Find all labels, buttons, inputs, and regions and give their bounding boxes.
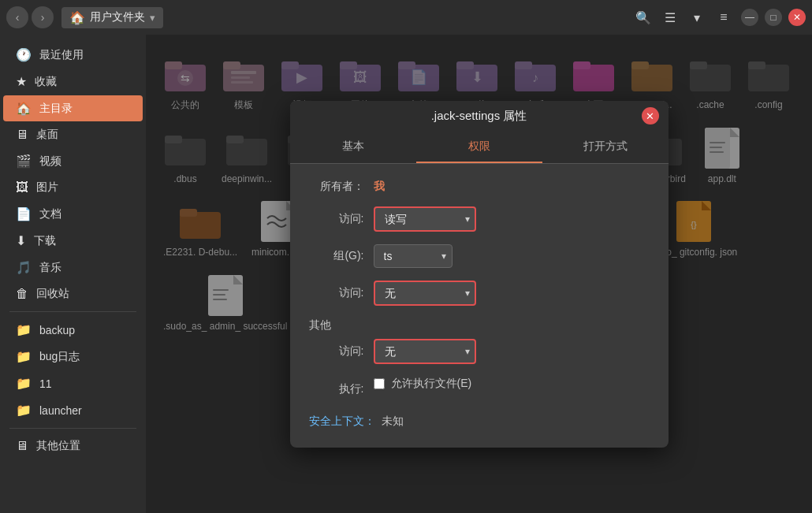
sidebar-item-music[interactable]: 🎵 音乐 bbox=[3, 255, 143, 281]
other-access-select-wrapper: 无 只读 读写 ▾ bbox=[374, 339, 476, 364]
home-icon: 🏠 bbox=[69, 10, 85, 25]
group-access-label: 访问: bbox=[309, 286, 364, 300]
group-select-wrapper: ts root sudo ▾ bbox=[374, 244, 453, 268]
other-section-label: 其他 bbox=[309, 318, 650, 333]
group-select[interactable]: ts root sudo bbox=[374, 244, 453, 268]
image-icon: 🖼 bbox=[16, 180, 28, 195]
folder-icon-11: 📁 bbox=[16, 376, 32, 391]
sidebar-label-buglog: bug日志 bbox=[39, 350, 80, 364]
view-options-button[interactable]: ▾ bbox=[686, 6, 708, 28]
modal-close-button[interactable]: ✕ bbox=[642, 107, 659, 125]
sidebar-item-favorites[interactable]: ★ 收藏 bbox=[3, 69, 143, 95]
star-icon: ★ bbox=[16, 74, 27, 89]
tab-open-with[interactable]: 打开方式 bbox=[542, 132, 669, 163]
sidebar-label-desktop: 桌面 bbox=[36, 128, 58, 142]
execute-checkbox-row: 允许执行文件(E) bbox=[374, 377, 472, 391]
other-access-label: 访问: bbox=[309, 344, 364, 359]
folder-icon-buglog: 📁 bbox=[16, 349, 32, 364]
close-button[interactable]: ✕ bbox=[788, 9, 806, 26]
security-label: 安全上下文： bbox=[309, 414, 375, 429]
sidebar-label-video: 视频 bbox=[39, 154, 61, 169]
sidebar-label-images: 图片 bbox=[36, 180, 58, 195]
other-access-select[interactable]: 无 只读 读写 bbox=[374, 339, 476, 364]
sidebar-item-recent[interactable]: 🕐 最近使用 bbox=[3, 42, 143, 68]
back-button[interactable]: ‹ bbox=[6, 6, 28, 28]
computer-icon: 🖥 bbox=[16, 439, 28, 453]
sidebar-item-home[interactable]: 🏠 主目录 bbox=[3, 95, 143, 121]
modal-titlebar: .jack-settings 属性 ✕ bbox=[290, 101, 669, 132]
download-icon: ⬇ bbox=[16, 233, 26, 248]
minimize-button[interactable]: — bbox=[741, 9, 758, 26]
sidebar-item-images[interactable]: 🖼 图片 bbox=[3, 175, 143, 200]
sidebar-label-other: 其他位置 bbox=[36, 439, 80, 453]
sidebar-label-launcher: launcher bbox=[39, 404, 82, 417]
owner-row: 所有者： 我 bbox=[309, 180, 650, 194]
properties-modal: .jack-settings 属性 ✕ 基本 权限 打开方式 所有者： 我 bbox=[290, 101, 669, 448]
owner-access-row: 访问: 读写 只读 禁止访问 ▾ bbox=[309, 206, 650, 232]
sidebar: 🕐 最近使用 ★ 收藏 🏠 主目录 🖥 桌面 🎬 视频 🖼 图片 📄 文档 ⬇ bbox=[0, 35, 146, 513]
sidebar-label-recent: 最近使用 bbox=[39, 48, 84, 62]
execute-text: 允许执行文件(E) bbox=[391, 377, 472, 391]
more-options-button[interactable]: ≡ bbox=[713, 6, 735, 28]
sidebar-label-backup: backup bbox=[39, 324, 75, 336]
tab-permissions[interactable]: 权限 bbox=[416, 132, 542, 163]
doc-icon: 📄 bbox=[16, 206, 32, 221]
sidebar-item-backup[interactable]: 📁 backup bbox=[3, 317, 143, 343]
group-row: 组(G): ts root sudo ▾ bbox=[309, 244, 650, 268]
sidebar-label-docs: 文档 bbox=[39, 207, 61, 221]
sidebar-label-favorites: 收藏 bbox=[35, 75, 57, 89]
maximize-button[interactable]: □ bbox=[765, 9, 782, 26]
sidebar-item-launcher[interactable]: 📁 launcher bbox=[3, 397, 143, 423]
sidebar-divider bbox=[9, 311, 136, 312]
group-access-select-wrapper: 无 只读 读写 ▾ bbox=[374, 281, 476, 306]
sidebar-item-buglog[interactable]: 📁 bug日志 bbox=[3, 344, 143, 370]
search-button[interactable]: 🔍 bbox=[632, 6, 654, 28]
modal-content: 所有者： 我 访问: 读写 只读 禁止访问 ▾ bbox=[290, 164, 669, 448]
home-icon: 🏠 bbox=[16, 101, 32, 116]
location-bar[interactable]: 🏠 用户文件夹 ▾ bbox=[61, 7, 163, 28]
other-access-row: 访问: 无 只读 读写 ▾ bbox=[309, 339, 650, 364]
group-access-select[interactable]: 无 只读 读写 bbox=[374, 281, 476, 306]
sidebar-item-video[interactable]: 🎬 视频 bbox=[3, 148, 143, 174]
folder-icon-backup: 📁 bbox=[16, 322, 32, 337]
execute-checkbox[interactable] bbox=[374, 378, 385, 389]
list-view-button[interactable]: ☰ bbox=[659, 6, 681, 28]
security-row: 安全上下文： 未知 bbox=[309, 414, 650, 429]
sidebar-divider2 bbox=[9, 428, 136, 429]
titlebar: ‹ › 🏠 用户文件夹 ▾ 🔍 ☰ ▾ ≡ — □ ✕ bbox=[0, 0, 812, 35]
modal-title: .jack-settings 属性 bbox=[303, 109, 656, 124]
sidebar-item-trash[interactable]: 🗑 回收站 bbox=[3, 281, 143, 307]
sidebar-item-downloads[interactable]: ⬇ 下载 bbox=[3, 228, 143, 254]
window-controls: 🔍 ☰ ▾ ≡ — □ ✕ bbox=[632, 6, 806, 28]
owner-access-label: 访问: bbox=[309, 212, 364, 226]
location-label: 用户文件夹 bbox=[90, 10, 145, 24]
owner-access-select-wrapper: 读写 只读 禁止访问 ▾ bbox=[374, 206, 476, 232]
sidebar-label-11: 11 bbox=[39, 377, 52, 390]
nav-buttons: ‹ › bbox=[6, 6, 54, 28]
modal-tabs: 基本 权限 打开方式 bbox=[290, 132, 669, 164]
music-icon: 🎵 bbox=[16, 260, 32, 275]
sidebar-label-home: 主目录 bbox=[39, 102, 73, 116]
dropdown-icon: ▾ bbox=[150, 12, 155, 24]
sidebar-item-docs[interactable]: 📄 文档 bbox=[3, 201, 143, 227]
video-icon: 🎬 bbox=[16, 154, 32, 169]
desktop-icon: 🖥 bbox=[16, 128, 28, 142]
sidebar-item-11[interactable]: 📁 11 bbox=[3, 370, 143, 396]
group-access-row: 访问: 无 只读 读写 ▾ bbox=[309, 281, 650, 306]
execute-row: 执行: 允许执行文件(E) bbox=[309, 377, 650, 402]
clock-icon: 🕐 bbox=[16, 47, 32, 62]
forward-button[interactable]: › bbox=[32, 6, 54, 28]
main-area: 🕐 最近使用 ★ 收藏 🏠 主目录 🖥 桌面 🎬 视频 🖼 图片 📄 文档 ⬇ bbox=[0, 35, 812, 513]
sidebar-label-music: 音乐 bbox=[39, 261, 61, 275]
modal-overlay: .jack-settings 属性 ✕ 基本 权限 打开方式 所有者： 我 bbox=[146, 35, 812, 513]
owner-label: 所有者： bbox=[309, 180, 364, 194]
owner-access-select[interactable]: 读写 只读 禁止访问 bbox=[374, 206, 476, 232]
tab-basic[interactable]: 基本 bbox=[290, 132, 416, 163]
trash-icon: 🗑 bbox=[16, 287, 28, 301]
group-label: 组(G): bbox=[309, 249, 364, 263]
sidebar-label-trash: 回收站 bbox=[36, 287, 69, 301]
sidebar-item-desktop[interactable]: 🖥 桌面 bbox=[3, 122, 143, 147]
owner-value: 我 bbox=[374, 180, 385, 194]
sidebar-item-other[interactable]: 🖥 其他位置 bbox=[3, 433, 143, 459]
folder-icon-launcher: 📁 bbox=[16, 403, 32, 418]
